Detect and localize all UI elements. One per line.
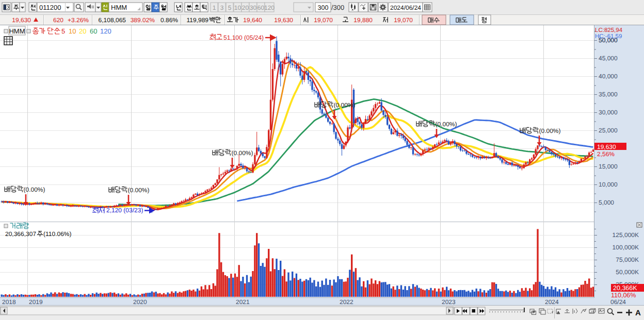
- svg-text:06/24: 06/24: [610, 298, 626, 306]
- svg-text:75,000K: 75,000K: [616, 256, 639, 263]
- svg-text:19,070: 19,070: [314, 16, 333, 24]
- svg-text:51,100 (05/24): 51,100 (05/24): [223, 34, 264, 41]
- svg-text:(0.00%): (0.00%): [436, 121, 457, 128]
- svg-text:+3.26%: +3.26%: [68, 16, 89, 24]
- svg-text:2022: 2022: [340, 298, 353, 306]
- svg-text:/300: /300: [331, 4, 344, 11]
- svg-text:35,000: 35,000: [599, 91, 618, 98]
- svg-text:300: 300: [318, 4, 329, 11]
- svg-text:3: 3: [220, 4, 224, 11]
- svg-text:10: 10: [69, 27, 76, 35]
- svg-text:2021: 2021: [236, 298, 250, 306]
- svg-text:15,000: 15,000: [599, 163, 618, 170]
- svg-text:011200: 011200: [39, 4, 61, 11]
- svg-text:60: 60: [257, 4, 265, 11]
- svg-text:A: A: [635, 309, 641, 317]
- svg-text:2018: 2018: [2, 298, 16, 306]
- svg-text:30,000: 30,000: [599, 109, 618, 116]
- svg-text:2020: 2020: [133, 298, 147, 306]
- svg-text:(0.00%): (0.00%): [24, 186, 45, 193]
- svg-text:2019: 2019: [29, 298, 43, 306]
- svg-text:389.02%: 389.02%: [131, 16, 155, 24]
- svg-text:19,630: 19,630: [274, 16, 293, 24]
- svg-text:LC:825,94: LC:825,94: [595, 27, 623, 33]
- svg-text:25,000: 25,000: [599, 127, 618, 134]
- svg-text:(0.00%): (0.00%): [232, 149, 253, 157]
- svg-text:100,000K: 100,000K: [613, 244, 639, 251]
- svg-text:50,000K: 50,000K: [616, 268, 639, 276]
- svg-text:120: 120: [264, 4, 275, 11]
- svg-text:(0.00%): (0.00%): [128, 187, 150, 194]
- svg-text:10: 10: [234, 4, 242, 11]
- svg-text:620: 620: [53, 16, 63, 24]
- svg-text:0.86%: 0.86%: [160, 16, 178, 24]
- svg-text:20: 20: [79, 27, 86, 35]
- svg-text:40,000: 40,000: [599, 73, 618, 80]
- svg-text:20,366K: 20,366K: [613, 284, 637, 292]
- svg-text:20,366,307: 20,366,307: [5, 230, 36, 238]
- svg-text:20: 20: [242, 4, 249, 11]
- svg-text:2,120 (03/23): 2,120 (03/23): [106, 207, 143, 214]
- svg-text:2024: 2024: [545, 298, 559, 306]
- svg-text:HC:-61,59: HC:-61,59: [595, 33, 622, 40]
- svg-text:19,880: 19,880: [353, 16, 373, 24]
- svg-text:119,989: 119,989: [187, 16, 209, 24]
- svg-text:5,000: 5,000: [599, 199, 614, 206]
- svg-text:19,630: 19,630: [12, 16, 31, 24]
- svg-text:45,000: 45,000: [599, 55, 618, 62]
- svg-text:19,070: 19,070: [394, 16, 413, 24]
- svg-text:(0.00%): (0.00%): [539, 127, 561, 134]
- svg-text:1: 1: [213, 4, 216, 11]
- svg-text:30: 30: [250, 4, 257, 11]
- svg-text:HMM: HMM: [9, 27, 25, 35]
- svg-text:125,000K: 125,000K: [613, 231, 639, 239]
- svg-text:19,630: 19,630: [597, 143, 616, 150]
- svg-text:2,56%: 2,56%: [597, 150, 615, 158]
- svg-text:6,108,065: 6,108,065: [99, 16, 126, 24]
- svg-text:60: 60: [90, 27, 97, 35]
- svg-text:HMM: HMM: [111, 4, 127, 11]
- svg-text:2024/06/24: 2024/06/24: [390, 4, 421, 11]
- svg-text:5: 5: [228, 4, 232, 11]
- svg-text:120: 120: [100, 27, 111, 35]
- svg-text:(110.06%): (110.06%): [43, 230, 71, 238]
- svg-text:(0.00%): (0.00%): [334, 102, 356, 109]
- svg-text:10,000: 10,000: [599, 181, 618, 188]
- svg-text:5: 5: [61, 27, 65, 35]
- svg-text:19,640: 19,640: [243, 16, 262, 24]
- svg-text:2023: 2023: [442, 298, 456, 306]
